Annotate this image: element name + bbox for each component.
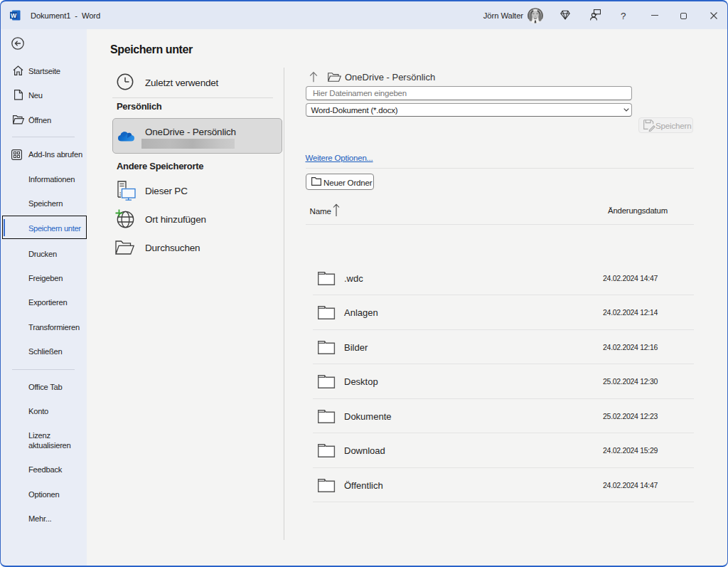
svg-text:W: W xyxy=(11,12,17,19)
